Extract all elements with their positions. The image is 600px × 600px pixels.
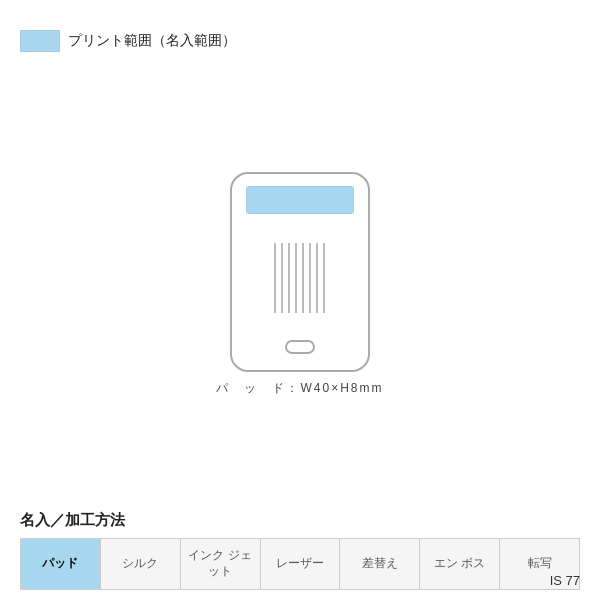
method-cell-pad[interactable]: パッド <box>21 539 101 589</box>
method-cell-silk[interactable]: シルク <box>101 539 181 589</box>
device-line <box>295 243 297 313</box>
page-container: プリント範囲（名入範囲） パ ッ ド：W40×H8mm <box>0 0 600 600</box>
product-id: IS 77 <box>550 573 580 588</box>
device-line <box>323 243 325 313</box>
device-line <box>309 243 311 313</box>
legend-color-box <box>20 30 60 52</box>
section-heading: 名入／加工方法 <box>20 511 580 530</box>
device-line <box>281 243 283 313</box>
legend-label: プリント範囲（名入範囲） <box>68 32 236 50</box>
device-line <box>302 243 304 313</box>
device-line <box>288 243 290 313</box>
method-cell-replace[interactable]: 差替え <box>340 539 420 589</box>
methods-row: パッドシルクインク ジェットレーザー差替えエン ボス転写 <box>20 538 580 590</box>
device-print-area <box>246 186 354 214</box>
device-illustration <box>230 172 370 372</box>
device-line <box>274 243 276 313</box>
device-area: パ ッ ド：W40×H8mm <box>20 72 580 507</box>
device-caption: パ ッ ド：W40×H8mm <box>216 380 383 397</box>
device-wrapper: パ ッ ド：W40×H8mm <box>216 172 383 397</box>
method-cell-laser[interactable]: レーザー <box>261 539 341 589</box>
device-home-button <box>285 340 315 354</box>
method-cell-inkjet[interactable]: インク ジェット <box>181 539 261 589</box>
device-lines <box>246 224 354 332</box>
method-cell-emboss[interactable]: エン ボス <box>420 539 500 589</box>
legend-row: プリント範囲（名入範囲） <box>20 30 580 52</box>
device-line <box>316 243 318 313</box>
